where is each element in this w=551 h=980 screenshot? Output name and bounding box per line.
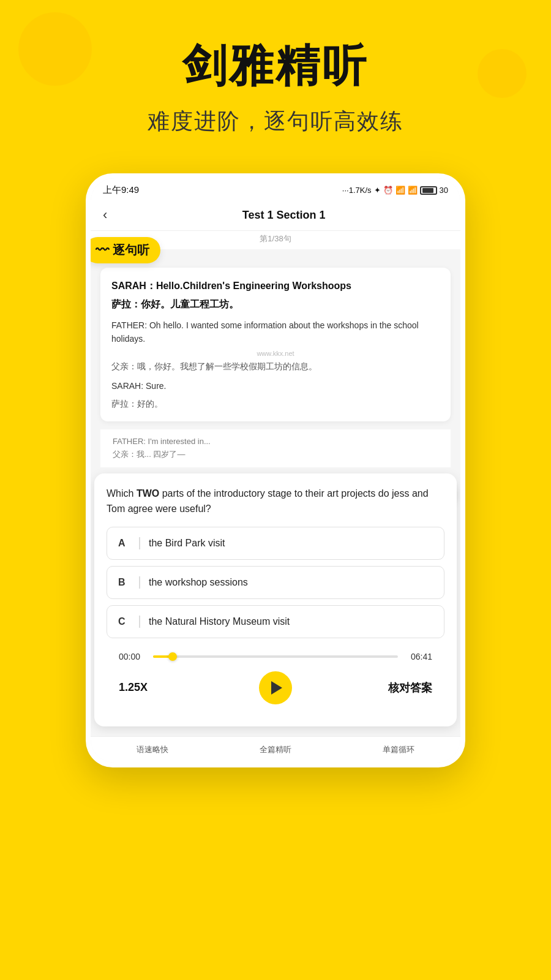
status-time: 上午9:49	[103, 184, 139, 196]
hero-section: 剑雅精听 难度进阶，逐句听高效练	[0, 0, 551, 161]
bottom-nav-speed[interactable]: 语速略快	[91, 737, 214, 763]
wifi-icon: 📶	[408, 186, 418, 195]
option-b-text: the workshop sessions	[149, 577, 248, 588]
nav-title: Test 1 Section 1	[119, 209, 448, 222]
play-icon	[271, 681, 282, 695]
option-c-divider	[139, 616, 140, 628]
nav-bar: ‹ Test 1 Section 1	[91, 200, 460, 231]
deco-circle-1	[18, 12, 92, 86]
option-b-letter: B	[118, 577, 130, 588]
signal-bars: 📶	[395, 186, 405, 195]
bottom-nav: 语速略快 全篇精听 单篇循环	[91, 736, 460, 763]
option-c-text: the Natural History Museum visit	[149, 616, 290, 627]
time-right: 06:41	[405, 652, 432, 662]
father-cn: 父亲：哦，你好。我想了解一些学校假期工坊的信息。	[111, 360, 440, 373]
sarah-sure-en: SARAH: Sure.	[111, 379, 440, 393]
quiz-area: 〰 高效练 Which TWO parts of the introductor…	[100, 473, 451, 726]
option-b-divider	[139, 576, 140, 589]
phone-outer: 上午9:49 ···1.7K/s ✦ ⏰ 📶 📶 30 ‹ Test 1 Sec…	[86, 173, 465, 767]
sarah-cn: 萨拉：你好。儿童工程工坊。	[111, 298, 440, 311]
progress-knob[interactable]	[168, 652, 177, 661]
status-right: ···1.7K/s ✦ ⏰ 📶 📶 30	[342, 186, 448, 195]
check-answers-button[interactable]: 核对答案	[292, 680, 432, 695]
option-a-text: the Bird Park visit	[149, 538, 225, 549]
content-area: 〰 逐句听 SARAH：Hello.Children's Engineering…	[91, 249, 460, 736]
watermark: www.kkx.net	[111, 350, 440, 357]
alarm-icon: ⏰	[383, 186, 393, 195]
speed-label[interactable]: 1.25X	[119, 681, 259, 694]
status-bar: 上午9:49 ···1.7K/s ✦ ⏰ 📶 📶 30	[91, 178, 460, 200]
deco-circle-2	[478, 49, 527, 98]
option-a-divider	[139, 537, 140, 549]
battery-fill	[422, 188, 433, 193]
father-bottom-text: FATHER: I'm interested in... 父亲：我... 四岁了…	[100, 429, 451, 467]
father-bottom-en: FATHER: I'm interested in...	[113, 437, 211, 446]
sarah-en: SARAH：Hello.Children's Engineering Works…	[111, 279, 440, 293]
quiz-question: Which TWO parts of the introductory stag…	[107, 486, 444, 517]
phone-wrapper: 上午9:49 ···1.7K/s ✦ ⏰ 📶 📶 30 ‹ Test 1 Sec…	[0, 161, 551, 792]
progress-bar-track[interactable]	[153, 655, 398, 658]
sentence-card: SARAH：Hello.Children's Engineering Works…	[100, 268, 451, 421]
time-left: 00:00	[119, 652, 146, 662]
father-bottom-cn: 父亲：我... 四岁了—	[113, 450, 185, 459]
phone-inner: 上午9:49 ···1.7K/s ✦ ⏰ 📶 📶 30 ‹ Test 1 Sec…	[91, 178, 460, 763]
squiggle-icon: 〰	[96, 243, 109, 258]
playback-controls: 1.25X 核对答案	[107, 665, 444, 714]
battery-icon	[420, 186, 437, 195]
hero-title: 剑雅精听	[24, 37, 527, 96]
option-a-letter: A	[118, 538, 130, 549]
bottom-nav-full[interactable]: 全篇精听	[214, 737, 337, 763]
father-en: FATHER: Oh hello. I wanted some informat…	[111, 318, 440, 346]
sarah-sure-cn: 萨拉：好的。	[111, 397, 440, 410]
quiz-card: Which TWO parts of the introductory stag…	[94, 473, 457, 726]
hero-subtitle: 难度进阶，逐句听高效练	[24, 107, 527, 137]
play-button[interactable]	[259, 671, 292, 704]
network-speed: ···1.7K/s	[342, 186, 372, 195]
quiz-option-a[interactable]: A the Bird Park visit	[107, 527, 444, 560]
progress-area: 00:00 06:41	[107, 644, 444, 665]
battery-level: 30	[440, 186, 448, 195]
quiz-bold: TWO	[137, 488, 159, 499]
back-button[interactable]: ‹	[103, 207, 107, 223]
bottom-nav-loop[interactable]: 单篇循环	[337, 737, 460, 763]
badge-zhuJu-label: 逐句听	[113, 242, 149, 258]
quiz-option-c[interactable]: C the Natural History Museum visit	[107, 605, 444, 638]
quiz-option-b[interactable]: B the workshop sessions	[107, 566, 444, 599]
badge-zhuJu: 〰 逐句听	[91, 237, 160, 263]
bt-icon: ✦	[374, 186, 381, 195]
option-c-letter: C	[118, 616, 130, 627]
